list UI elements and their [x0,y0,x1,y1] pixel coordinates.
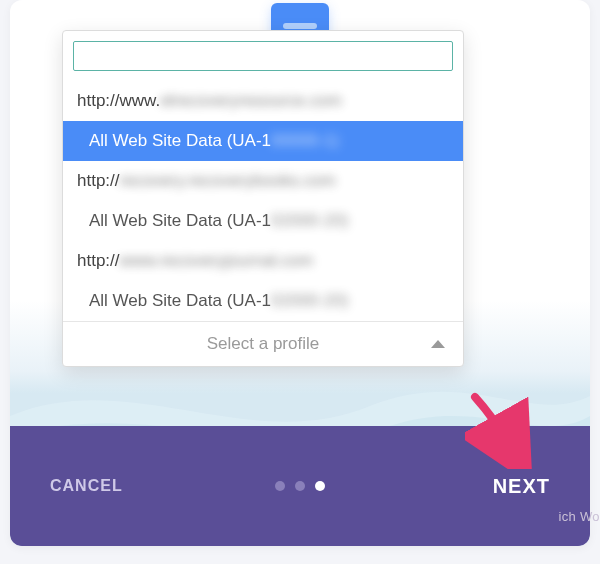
url-prefix: http://www. [77,91,160,111]
onboarding-card: http://www.elrecoveryresource.com All We… [10,0,590,546]
profile-group-header: http://www.recoveryjournal.com [63,241,463,281]
next-button[interactable]: NEXT [493,475,550,498]
url-obscured: elrecoveryresource.com [160,91,341,111]
url-prefix: http:// [77,171,120,191]
profile-option[interactable]: All Web Site Data (UA-100000-1) [63,121,463,161]
select-footer-label: Select a profile [207,334,319,354]
background-text: ich WordPres [559,509,600,524]
profile-group-header: http://www.elrecoveryresource.com [63,81,463,121]
url-prefix: http:// [77,251,120,271]
step-dot [295,481,305,491]
search-wrapper [63,31,463,81]
profile-id-obscured: 00000-1) [271,131,339,151]
profile-label: All Web Site Data (UA-1 [89,131,271,151]
select-profile-trigger[interactable]: Select a profile [63,321,463,366]
profile-dropdown: http://www.elrecoveryresource.com All We… [62,30,464,367]
profile-id-obscured: 02000-20) [271,211,349,231]
pagination-dots [275,481,325,491]
step-dot-active [315,481,325,491]
step-dot [275,481,285,491]
profile-option[interactable]: All Web Site Data (UA-102000-20) [63,201,463,241]
url-obscured: recovery.recoverybooks.com [120,171,336,191]
profile-label: All Web Site Data (UA-1 [89,291,271,311]
caret-up-icon [431,340,445,348]
profile-id-obscured: 02000-20) [271,291,349,311]
profile-label: All Web Site Data (UA-1 [89,211,271,231]
profile-option-list: http://www.elrecoveryresource.com All We… [63,81,463,321]
url-obscured: www.recoveryjournal.com [120,251,314,271]
profile-search-input[interactable] [73,41,453,71]
cancel-button[interactable]: CANCEL [50,477,123,495]
profile-group-header: http://recovery.recoverybooks.com [63,161,463,201]
profile-option[interactable]: All Web Site Data (UA-102000-20) [63,281,463,321]
wizard-footer: CANCEL NEXT [10,426,590,546]
